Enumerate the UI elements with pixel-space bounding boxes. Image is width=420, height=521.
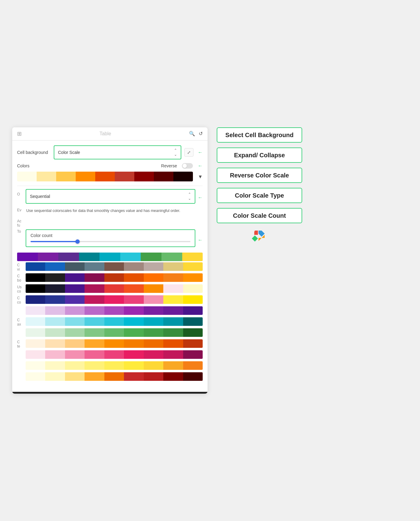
search-icon[interactable]: 🔍 xyxy=(189,131,195,137)
expand-arrow-connector: ← xyxy=(198,150,203,155)
sequential-hint: Use sequential colorscales for data that… xyxy=(26,208,203,214)
palette-row-6-wrapper xyxy=(17,306,203,316)
palette-row-4[interactable] xyxy=(26,284,203,293)
palette-row-3[interactable] xyxy=(26,273,203,282)
c-te-label: Cte xyxy=(17,340,24,348)
color-scale-count-annotation: Color Scale Count xyxy=(217,208,302,223)
palette-row-11[interactable] xyxy=(26,361,203,370)
palette-row-4-wrapper: Usco xyxy=(17,284,203,294)
palette-row-7-wrapper: Cax xyxy=(17,317,203,327)
scale-dropdown-icon[interactable]: ▼ xyxy=(198,174,203,180)
c-vi-label: Cvi xyxy=(17,263,24,271)
seq-chevron-icon: ⌃⌄ xyxy=(188,192,191,201)
palette-row-12[interactable] xyxy=(26,372,203,381)
expand-collapse-annotation: Expand/ Collapse xyxy=(217,148,302,163)
palette-section: Cvi Cbo xyxy=(12,253,208,387)
palette-row-3-wrapper: Cbo xyxy=(17,273,203,283)
color-count-box: Color count xyxy=(26,229,195,247)
to-label: To xyxy=(17,229,24,234)
c-ax-label: Cax xyxy=(17,318,24,326)
c-bo-label: Cbo xyxy=(17,274,24,282)
palette-row-6[interactable] xyxy=(26,306,203,315)
bottom-bar xyxy=(12,392,208,394)
palette-row-2[interactable] xyxy=(26,262,203,271)
ac-fu-label: Acfu xyxy=(17,219,24,228)
cell-background-value: Color Scale xyxy=(58,150,80,155)
palette-row-12-wrapper xyxy=(17,372,203,382)
chevron-updown-icon: ⌃⌄ xyxy=(174,148,177,157)
color-scale-row: ▼ xyxy=(17,172,203,182)
palette-row-9-wrapper: Cte xyxy=(17,339,203,349)
palette-row-5-wrapper: Cco xyxy=(17,295,203,305)
expand-collapse-button[interactable]: ⤢ xyxy=(184,148,194,157)
seq-arrow-connector: ← xyxy=(198,195,203,200)
c-co-label: Cco xyxy=(17,296,24,304)
ev-label: Ev xyxy=(17,208,24,212)
palette-row-8[interactable] xyxy=(26,328,203,337)
joomla-logo xyxy=(217,228,302,245)
palette-row-9[interactable] xyxy=(26,339,203,348)
panel-title: Table xyxy=(24,131,186,137)
count-arrow-connector: ← xyxy=(198,237,203,243)
sequential-value: Sequential xyxy=(30,194,50,199)
refresh-icon[interactable]: ↺ xyxy=(199,131,203,137)
top-bar: ⊞ Table 🔍 ↺ xyxy=(12,127,208,140)
divider-1 xyxy=(17,186,203,186)
palette-row-10[interactable] xyxy=(26,350,203,359)
color-scale-type-annotation: Color Scale Type xyxy=(217,188,302,203)
reverse-color-scale-annotation: Reverse Color Scale xyxy=(217,168,302,183)
sequential-select[interactable]: Sequential ⌃⌄ xyxy=(26,189,195,204)
color-count-label: Color count xyxy=(31,233,190,238)
sequential-section: O Sequential ⌃⌄ ← Ev Use sequential colo… xyxy=(12,189,208,251)
color-count-slider[interactable] xyxy=(31,241,190,242)
palette-row-5[interactable] xyxy=(26,295,203,304)
palette-row-7[interactable] xyxy=(26,317,203,326)
main-panel: ⊞ Table 🔍 ↺ Cell background Color Scale … xyxy=(12,127,208,394)
o-label: O xyxy=(17,189,24,196)
table-icon: ⊞ xyxy=(17,130,22,137)
palette-row-8-wrapper xyxy=(17,328,203,338)
palette-row-10-wrapper xyxy=(17,350,203,360)
us-co-label: Usco xyxy=(17,285,24,293)
color-scale-bar[interactable] xyxy=(17,172,193,181)
colors-label: Colors xyxy=(17,163,51,168)
colors-row: Colors Reverse ← xyxy=(17,163,203,169)
annotations-panel: Select Cell Background Expand/ Collapse … xyxy=(217,127,302,245)
palette-row-1[interactable] xyxy=(17,253,203,261)
palette-row-11-wrapper xyxy=(17,361,203,371)
cell-background-select[interactable]: Color Scale ⌃⌄ xyxy=(54,145,181,159)
cell-background-label: Cell background xyxy=(17,150,51,155)
palette-row-2-wrapper: Cvi xyxy=(17,262,203,272)
select-cell-bg-annotation: Select Cell Background xyxy=(217,127,302,143)
reverse-toggle[interactable] xyxy=(182,163,193,169)
reverse-arrow-connector: ← xyxy=(198,163,203,169)
reverse-label: Reverse xyxy=(161,163,177,168)
cell-background-row: Cell background Color Scale ⌃⌄ ⤢ ← xyxy=(17,145,203,159)
